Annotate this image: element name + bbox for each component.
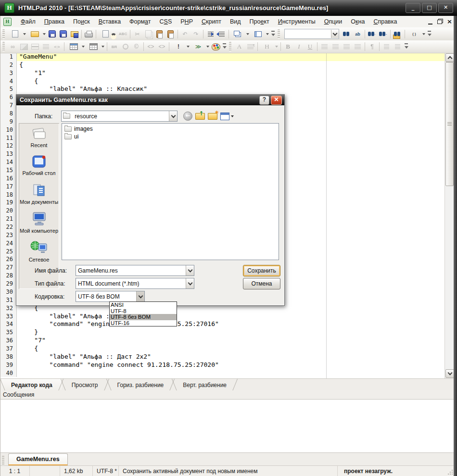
special-char-icon[interactable]: ! [171,41,190,52]
cascade-windows-icon[interactable] [230,29,250,39]
filename-combo-arrow[interactable] [186,265,194,276]
file-list-item[interactable]: ui [63,133,278,140]
right-margin-guide [326,53,327,378]
place-network[interactable]: Сетевое [29,240,50,263]
scroll-down-button[interactable] [445,369,454,378]
mdi-close-icon[interactable]: × [447,19,452,24]
mdi-restore-icon[interactable] [437,20,442,24]
menu-item[interactable]: Правка [40,17,69,26]
line-number: 30 [0,288,17,296]
view-tab[interactable]: Просмотр [62,379,108,391]
menu-item[interactable]: Окна [346,17,369,26]
find-next-icon[interactable]: → [378,29,389,39]
menu-item[interactable]: Опции [320,17,347,26]
save-copy-icon[interactable] [69,29,80,39]
resize-grip[interactable] [447,470,453,476]
save-all-icon[interactable] [58,29,69,39]
find-icon[interactable] [341,29,352,39]
line-number: 25 [0,248,17,256]
file-list-item[interactable]: images [63,125,278,133]
open-file-icon[interactable] [27,29,47,39]
menu-item[interactable]: CSS [155,17,177,26]
code-text: "label" "Альфа :: Даст 2x2" [17,353,454,361]
place-my-computer[interactable]: Мой компьютер [20,212,58,234]
scroll-up-button[interactable] [445,53,454,62]
replace-icon[interactable]: ab [352,29,363,39]
dialog-close-button[interactable]: ✕ [271,96,282,105]
code-tag-icon: <:> [51,41,63,52]
new-document-icon[interactable] [7,29,27,39]
mdi-minimize-icon[interactable] [428,19,432,25]
up-folder-button[interactable] [195,111,205,122]
paste-icon[interactable] [154,29,165,39]
find-in-files-icon[interactable] [392,29,403,39]
encoding-option[interactable]: UTF-16 [110,320,177,326]
search-combo[interactable] [284,29,339,39]
toolbar-separator [107,42,107,51]
toolbar-overflow-icon[interactable] [270,29,276,39]
dialog-title-bar[interactable]: Сохранить GameMenu.res как ? ✕ [16,95,284,105]
paste-special-icon[interactable] [165,29,176,39]
menu-item[interactable]: PHP [176,17,197,26]
encoding-combo[interactable]: UTF-8 без BOM [76,291,145,302]
vertical-scrollbar[interactable] [444,53,454,378]
search-input[interactable] [285,30,331,38]
filename-combo[interactable]: GameMenu.res [76,265,194,276]
code-line: 3 "1" [0,69,454,77]
maximize-button[interactable]: □ [422,3,437,13]
scrollbar-thumb[interactable] [445,62,454,186]
file-list[interactable]: images ui [62,123,279,260]
menu-item[interactable]: Инструменты [274,17,320,26]
palette-icon[interactable] [210,41,221,52]
messages-panel-header[interactable]: Сообщения [0,390,454,400]
save-icon[interactable] [47,29,58,39]
outdent-icon[interactable] [216,29,227,39]
filetype-combo[interactable]: HTML document (*.htm) [76,278,194,289]
toolbar-overflow-icon[interactable] [403,41,409,52]
menu-item[interactable]: Файл [16,17,40,26]
place-recent[interactable]: Recent [29,127,49,149]
menu-item[interactable]: Проект [245,17,274,26]
folder-combo-arrow[interactable] [169,111,177,121]
menu-item[interactable]: Справка [369,17,401,26]
encoding-combo-arrow[interactable] [136,291,144,301]
table-icon[interactable] [66,41,86,52]
print-icon[interactable] [83,29,94,39]
view-menu-button[interactable] [220,111,234,122]
split-view-icon[interactable] [250,29,270,39]
line-number: 15 [0,166,17,175]
document-tab[interactable]: GameMenu.res [8,453,68,466]
save-button[interactable]: Сохранить [243,265,280,276]
encoding-option[interactable]: ANSI [110,302,177,308]
view-tab[interactable]: Гориз. разбиение [108,379,174,391]
cancel-button[interactable]: Отмена [243,278,280,289]
menu-item[interactable]: Поиск [69,17,94,26]
insert-arrow-icon[interactable]: ≫ [190,41,210,52]
place-desktop[interactable]: Рабочий стол [22,155,55,176]
menu-item[interactable]: Вставка [94,17,125,26]
menu-item[interactable]: Формат [125,17,155,26]
view-tab[interactable]: Верт. разбиение [173,379,236,391]
new-folder-button[interactable] [207,111,218,122]
folder-icon [63,113,70,119]
search-dropdown-button[interactable] [331,30,339,38]
find-previous-icon[interactable]: ← [367,29,378,39]
regex-icon[interactable]: ( ) [406,29,426,39]
view-tab[interactable]: Редактор кода [1,379,62,391]
close-button[interactable]: ✕ [438,3,453,13]
form-icon[interactable] [86,41,105,52]
toolbar-overflow-icon[interactable] [221,41,228,52]
folder-combo[interactable]: resource [61,111,178,122]
toolbar-overflow-icon[interactable] [426,29,432,39]
minimize-button[interactable]: _ [406,3,420,13]
preview-icon[interactable] [98,29,117,39]
menu-item[interactable]: Вид [226,17,245,26]
back-icon: ← [183,112,192,121]
encoding-option[interactable]: UTF-8 [110,308,177,314]
place-my-documents[interactable]: Мои документы [20,183,58,205]
indent-icon[interactable] [205,29,216,39]
menu-item[interactable]: Скрипт [197,17,226,26]
filetype-combo-arrow[interactable] [186,278,194,288]
encoding-option[interactable]: UTF-8 без BOM [110,314,177,320]
dialog-help-button[interactable]: ? [259,96,269,105]
